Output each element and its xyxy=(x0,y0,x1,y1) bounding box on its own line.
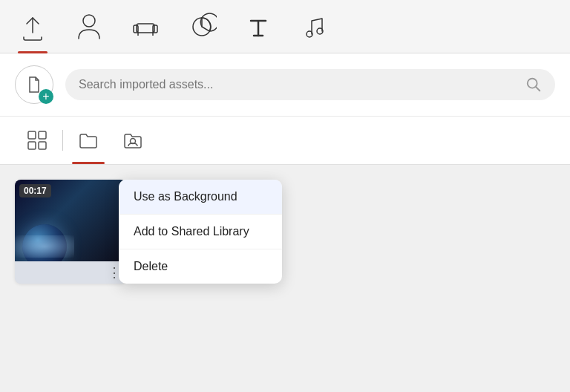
timestamp-badge: 00:17 xyxy=(19,184,51,197)
folder-icon xyxy=(78,130,99,151)
svg-rect-1 xyxy=(137,24,154,33)
toolbar xyxy=(0,0,570,53)
music-icon[interactable] xyxy=(300,10,330,43)
furniture-icon[interactable] xyxy=(131,10,160,43)
person-icon[interactable] xyxy=(74,10,104,43)
svg-rect-11 xyxy=(39,142,46,149)
svg-rect-9 xyxy=(39,131,46,139)
svg-point-0 xyxy=(83,15,95,27)
delete-item[interactable]: Delete xyxy=(119,249,282,284)
search-bar xyxy=(65,69,555,100)
context-menu: Use as Background Add to Shared Library … xyxy=(119,180,282,284)
video-thumbnail: 00:17 xyxy=(15,180,126,261)
svg-rect-8 xyxy=(28,131,36,139)
video-card-footer: ⋮ xyxy=(15,261,126,284)
person-folder-icon xyxy=(122,130,143,151)
add-asset-button[interactable]: + xyxy=(15,65,53,104)
upload-icon[interactable] xyxy=(18,10,48,43)
svg-rect-10 xyxy=(28,142,36,149)
grid-icon xyxy=(27,130,48,151)
use-as-background-item[interactable]: Use as Background xyxy=(119,180,282,215)
search-icon xyxy=(525,76,542,93)
search-section: + xyxy=(0,53,570,117)
video-card: 00:17 ⋮ xyxy=(15,180,126,284)
tab-divider xyxy=(62,130,63,151)
tab-folder[interactable] xyxy=(66,125,111,155)
tab-grid[interactable] xyxy=(15,125,59,155)
search-input[interactable] xyxy=(79,78,520,91)
plus-badge: + xyxy=(39,89,53,104)
text-icon[interactable] xyxy=(243,10,273,43)
chart-icon[interactable] xyxy=(187,10,217,43)
add-to-shared-library-item[interactable]: Add to Shared Library xyxy=(119,215,282,249)
content-area: 00:17 ⋮ Use as Background Add to Shared … xyxy=(0,165,570,392)
tab-person-folder[interactable] xyxy=(111,125,155,155)
tab-bar xyxy=(0,117,570,165)
glow-effect xyxy=(15,235,74,258)
